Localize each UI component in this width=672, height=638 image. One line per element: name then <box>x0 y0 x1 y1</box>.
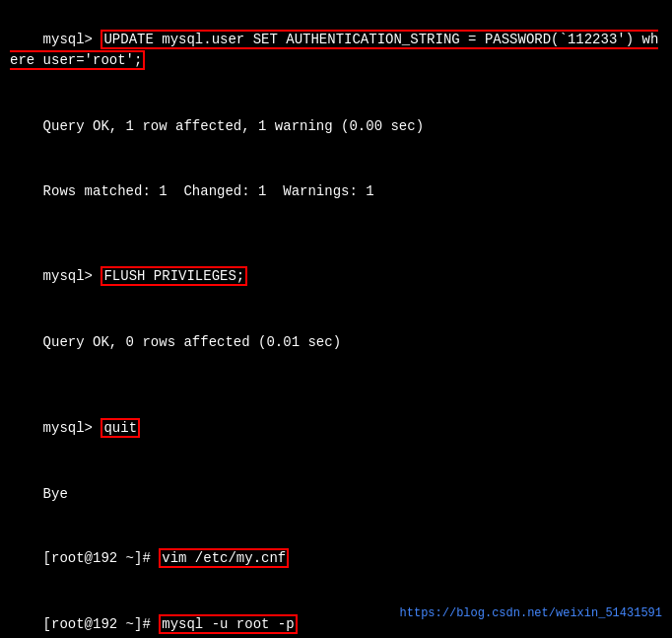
watermark: https://blog.csdn.net/weixin_51431591 <box>400 606 662 620</box>
mysql-login-highlight: mysql -u root -p <box>159 614 297 634</box>
terminal-window: mysql> UPDATE mysql.user SET AUTHENTICAT… <box>10 8 662 638</box>
root-prompt-2: [root@192 ~]# <box>43 616 160 632</box>
line-vim-command: [root@192 ~]# vim /etc/my.cnf <box>10 528 662 592</box>
vim-command-highlight: vim /etc/my.cnf <box>159 548 289 568</box>
line-flush-privileges: mysql> FLUSH PRIVILEGES; <box>10 246 662 310</box>
line-rows-matched: Rows matched: 1 Changed: 1 Warnings: 1 <box>10 160 662 224</box>
mysql-prompt-2: mysql> <box>43 268 101 284</box>
flush-command-highlight: FLUSH PRIVILEGES; <box>101 266 247 286</box>
root-prompt-1: [root@192 ~]# <box>43 550 160 566</box>
line-quit: mysql> quit <box>10 396 662 461</box>
line-bye: Bye <box>10 462 662 527</box>
mysql-prompt-3: mysql> <box>43 420 101 436</box>
line-update-command: mysql> UPDATE mysql.user SET AUTHENTICAT… <box>10 8 662 94</box>
blank-2 <box>10 376 662 397</box>
quit-highlight: quit <box>101 418 140 438</box>
blank-1 <box>10 224 662 246</box>
mysql-prompt-1: mysql> <box>43 32 101 47</box>
line-query-ok-2: Query OK, 0 rows affected (0.01 sec) <box>10 312 662 376</box>
line-query-ok-1: Query OK, 1 row affected, 1 warning (0.0… <box>10 96 662 160</box>
update-command-highlight: UPDATE mysql.user SET AUTHENTICATION_STR… <box>10 30 658 71</box>
